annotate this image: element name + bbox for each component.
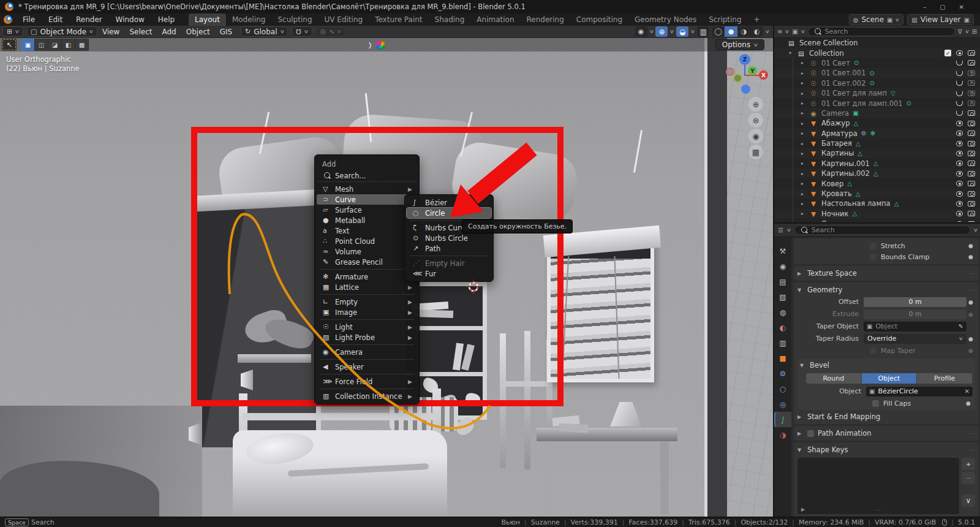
outliner-row[interactable]: ▸ ◉ Camera ▣ ✓ — [774, 108, 980, 118]
list-grip-icon[interactable]: ⋯ — [875, 507, 881, 514]
outliner-row[interactable]: ▸ ▼ Батарея △ ✓ — [774, 138, 980, 148]
properties-search-input[interactable]: Search — [794, 226, 970, 235]
texture-space-panel[interactable]: ▶ Texture Space ⋯ — [794, 266, 979, 281]
object-name[interactable]: Одеяло — [821, 219, 849, 222]
list-expand-icon[interactable]: ▶ — [801, 507, 805, 512]
shape-keys-specials-button[interactable]: ∨ — [962, 495, 975, 507]
viewport-menu-item[interactable]: View — [97, 27, 124, 37]
outliner-row[interactable]: ▾ ▤ Collection ✓ — [774, 48, 980, 58]
workspace-tab[interactable]: Scripting — [703, 13, 747, 26]
camera-view-icon[interactable]: ◉ — [748, 129, 763, 143]
select-mode-button[interactable]: ◧ — [62, 39, 75, 51]
render-camera-icon[interactable] — [968, 70, 975, 76]
panel-grip-icon[interactable]: ⋯ — [968, 287, 975, 294]
outliner-row[interactable]: ▸ ▼ Арматура ⚙ ✻ ✓ — [774, 129, 980, 138]
object-name[interactable]: Camera — [821, 109, 849, 118]
object-name[interactable]: Картины — [821, 149, 854, 157]
select-mode-button[interactable]: ▩ — [75, 39, 89, 51]
animate-dot[interactable]: ● — [967, 243, 975, 249]
select-mode-button[interactable]: ▣ — [21, 39, 35, 51]
filter-icon[interactable]: ∇ — [958, 28, 962, 35]
add-menu-item[interactable]: ∴ Point Cloud — [317, 236, 417, 246]
object-name[interactable]: Кровать — [821, 189, 852, 198]
expand-chevron-icon[interactable]: ▸ — [801, 80, 809, 86]
add-menu-item[interactable]: ● Metaball ▶ — [317, 215, 417, 226]
visibility-dropdown[interactable]: ◉ — [635, 26, 647, 37]
visibility-eye-icon[interactable] — [956, 120, 963, 127]
expand-chevron-icon[interactable]: ▸ — [801, 181, 809, 186]
outliner-row[interactable]: ▸ ☉ 01 Свет.002 ⊙ ✓ — [774, 78, 980, 88]
outliner-row[interactable]: ▸ ▼ Настольная лампа △ ✓ — [774, 199, 980, 208]
collapse-arrow-icon[interactable]: ▼ — [797, 287, 804, 293]
object-name[interactable]: Collection — [809, 49, 844, 58]
add-menu-item[interactable]: ⋙ Force Field ▶ — [317, 376, 417, 387]
expand-chevron-icon[interactable]: ▸ — [801, 151, 809, 156]
add-menu-item[interactable]: ✎ Grease Pencil ▶ — [317, 257, 417, 267]
add-menu-item[interactable]: ⊃ Curve ▶ — [317, 194, 417, 205]
curve-submenu-item[interactable]: ○ Circle — [407, 208, 491, 218]
animate-dot[interactable]: ● — [967, 311, 975, 317]
extrude-field[interactable]: 0 m — [864, 309, 967, 319]
editor-type-selector[interactable]: ⊞ ∨ — [2, 26, 23, 37]
outliner-editor-icon[interactable]: ≡ — [777, 28, 782, 35]
outliner-row[interactable]: ▸ ▼ Одеяло △ ✓ — [774, 219, 980, 222]
render-camera-icon[interactable] — [968, 221, 975, 222]
visibility-eye-icon[interactable] — [956, 150, 963, 157]
select-mode-button[interactable]: ◫ — [35, 39, 48, 51]
object-name[interactable]: Настольная лампа — [821, 199, 891, 208]
collapse-arrow-icon[interactable]: ▶ — [797, 414, 804, 420]
render-camera-icon[interactable] — [968, 161, 975, 166]
viewport-menu-item[interactable]: Object — [181, 27, 215, 37]
new-collection-icon[interactable]: ⊞ — [972, 28, 977, 35]
animate-dot[interactable]: ● — [967, 336, 975, 342]
visibility-eye-icon[interactable] — [956, 130, 963, 137]
topbar-menu-item[interactable]: Edit — [43, 14, 68, 25]
workspace-tab[interactable]: Animation — [470, 13, 520, 26]
path-animation-checkbox[interactable] — [807, 430, 814, 437]
render-camera-icon[interactable] — [968, 151, 975, 156]
shading-mode-button[interactable]: ◑ — [737, 26, 750, 37]
render-camera-icon[interactable] — [968, 50, 975, 56]
z-axis-negative-handle[interactable] — [741, 85, 750, 94]
proportional-editing-toggle[interactable]: ◎ ∿ ∨ — [316, 26, 346, 37]
visibility-eye-icon[interactable] — [956, 80, 963, 86]
expand-chevron-icon[interactable]: ▸ — [801, 161, 809, 166]
render-camera-icon[interactable] — [968, 141, 975, 146]
expand-chevron-icon[interactable]: ▸ — [801, 201, 809, 207]
outliner-row[interactable]: ▸ ☉ 01 Свет.001 ⊙ ✓ — [774, 68, 980, 78]
scene-selector[interactable]: ◍ Scene ▣ ∨ — [849, 14, 904, 25]
x-axis-negative-handle[interactable] — [726, 67, 734, 76]
close-icon[interactable]: ✕ — [965, 388, 970, 395]
render-camera-icon[interactable] — [968, 100, 975, 106]
topbar-menu-item[interactable]: Window — [110, 14, 150, 25]
transform-orientation-selector[interactable]: ↻ Global ∨ — [241, 26, 288, 37]
taper-radius-dropdown[interactable]: Override ∨ — [864, 334, 967, 344]
properties-tab[interactable]: ◍ — [774, 305, 791, 320]
bevel-object-field[interactable]: ▣ BézierCircle ✕ — [866, 387, 973, 396]
remove-shape-key-button[interactable]: − — [962, 472, 975, 484]
visibility-eye-icon[interactable] — [956, 100, 963, 107]
object-name[interactable]: 01 Свет.002 — [821, 79, 865, 88]
mode-selector[interactable]: ▢ Object Mode ∨ — [26, 26, 97, 37]
z-axis-handle[interactable]: Z — [739, 54, 750, 65]
properties-tab[interactable]: ◎ — [774, 396, 791, 412]
curve-submenu-item[interactable]: ∫ Bézier — [407, 197, 491, 208]
add-menu-item[interactable]: ◉ Camera — [317, 347, 417, 357]
expand-chevron-icon[interactable]: ▸ — [801, 131, 809, 136]
add-menu-item[interactable]: ≈ Volume ▶ — [317, 246, 417, 257]
display-mode-icon[interactable]: ▣ — [792, 28, 797, 35]
workspace-tab[interactable]: UV Editing — [318, 13, 369, 26]
snapping-toggle[interactable]: Ω ∨ — [292, 26, 312, 37]
add-menu-item[interactable]: ☉ Light ▶ — [317, 322, 417, 332]
outliner-row[interactable]: ▸ ▼ Кровать △ ✓ — [774, 189, 980, 199]
expand-chevron-icon[interactable]: ▸ — [801, 211, 809, 216]
properties-tab[interactable]: ⚙ — [774, 366, 791, 381]
animate-dot[interactable]: ● — [967, 347, 975, 354]
expand-chevron-icon[interactable]: ▸ — [801, 121, 809, 126]
y-axis-negative-handle[interactable] — [733, 74, 742, 83]
properties-tab[interactable]: ▧ — [774, 289, 791, 305]
move-view-icon[interactable]: ⊛ — [748, 113, 763, 127]
zoom-icon[interactable]: ⊕ — [748, 97, 763, 112]
topbar-menu-item[interactable]: File — [17, 14, 40, 25]
expand-chevron-icon[interactable]: ▸ — [801, 171, 809, 176]
